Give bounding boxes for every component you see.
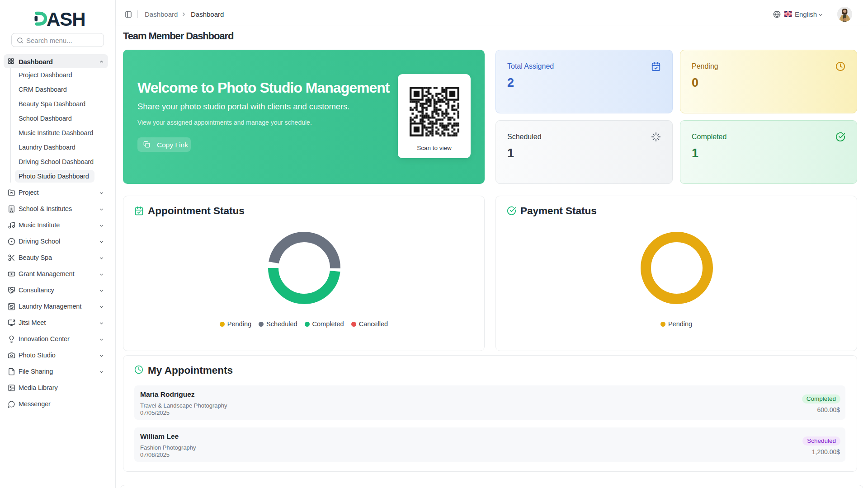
svg-text:ASH: ASH	[47, 11, 85, 29]
